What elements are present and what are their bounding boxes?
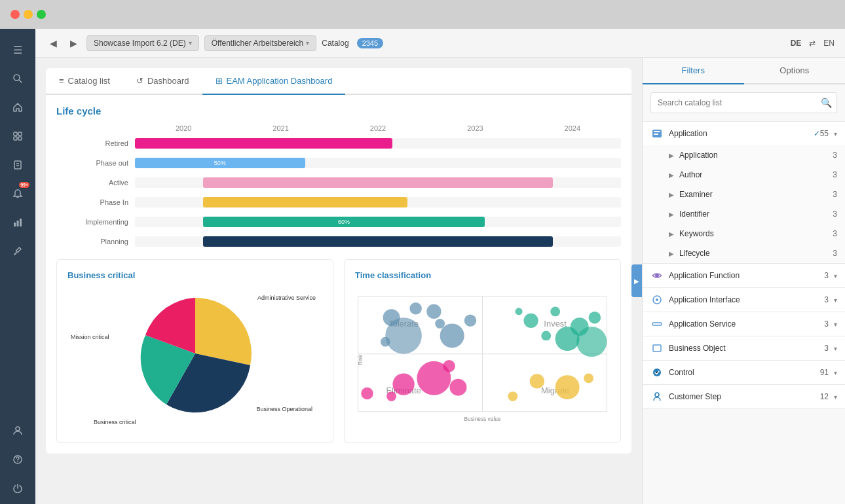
traffic-lights: [10, 10, 46, 19]
top-bar: ◀ ▶ Showcase Import 6.2 (DE) ▾ Öffentlic…: [35, 29, 845, 58]
svg-point-37: [449, 379, 466, 396]
tab-filters[interactable]: Filters: [643, 58, 744, 84]
right-panel-toggle[interactable]: ▶: [631, 264, 642, 297]
sidebar-icon-home[interactable]: [5, 94, 31, 120]
filter-group-customer-step-header[interactable]: Customer Step 12 ▾: [643, 385, 845, 408]
sidebar-icon-user[interactable]: [5, 418, 31, 444]
sidebar-icon-tools[interactable]: [5, 238, 31, 264]
sidebar-icon-search[interactable]: [5, 65, 31, 92]
svg-point-28: [409, 302, 422, 315]
gantt-track-retired: [135, 138, 621, 149]
svg-point-24: [541, 331, 551, 341]
filter-sub-application[interactable]: ▶ Application 3: [643, 145, 845, 165]
svg-point-15: [17, 461, 18, 463]
app-service-label: Application Service: [669, 319, 824, 329]
filter-sub-author[interactable]: ▶ Author 3: [643, 165, 845, 185]
app-interface-label: Application Interface: [669, 295, 824, 304]
svg-point-50: [656, 298, 658, 301]
sidebar-icon-chart[interactable]: [5, 209, 31, 236]
sidebar-icon-book[interactable]: [5, 152, 31, 178]
filter-sub-identifier[interactable]: ▶ Identifier 3: [643, 204, 845, 224]
lang-de-button[interactable]: DE: [791, 39, 802, 48]
filter-sub-examiner[interactable]: ▶ Examiner 3: [643, 185, 845, 204]
catalog-count-badge: 2345: [357, 38, 383, 48]
year-2022: 2022: [329, 124, 426, 132]
gantt-row-planning: Planning: [56, 234, 621, 249]
svg-rect-47: [654, 134, 658, 135]
control-chevron: ▾: [834, 369, 837, 376]
main-wrapper: ◀ ▶ Showcase Import 6.2 (DE) ▾ Öffentlic…: [35, 29, 845, 504]
sidebar-icon-power[interactable]: [5, 475, 31, 501]
business-critical-title: Business critical: [67, 270, 322, 280]
app-interface-chevron: ▾: [834, 297, 837, 304]
tabs-container: ≡ Catalog list ↺ Dashboard ⊞ EAM Applica…: [46, 68, 631, 95]
tab-eam-dashboard[interactable]: ⊞ EAM Application Dashboard: [202, 68, 346, 95]
svg-rect-51: [652, 323, 662, 325]
tab-dashboard[interactable]: ↺ Dashboard: [123, 68, 202, 95]
sidebar-bottom: [5, 418, 31, 504]
filter-sub-lifecycle[interactable]: ▶ Lifecycle 3: [643, 243, 845, 263]
x-axis-label: Business value: [464, 416, 500, 422]
lang-en-button[interactable]: EN: [823, 39, 835, 48]
gantt-bar-retired: [135, 138, 392, 149]
filter-sub-keywords[interactable]: ▶ Keywords 3: [643, 224, 845, 243]
dashboard-label: Dashboard: [147, 76, 189, 86]
svg-line-1: [19, 80, 22, 82]
svg-rect-5: [18, 137, 22, 140]
gantt-bar-implementing: 60%: [203, 217, 485, 227]
sidebar-icon-help[interactable]: [5, 446, 31, 473]
sidebar-icon-menu[interactable]: ☰: [5, 37, 31, 63]
filter-group-app-function-header[interactable]: Application Function 3 ▾: [643, 264, 845, 287]
close-button[interactable]: [10, 10, 20, 19]
control-count: 91: [820, 368, 829, 377]
svg-point-34: [464, 315, 477, 327]
gantt-bar-planning: [203, 236, 553, 247]
app-service-count: 3: [824, 319, 829, 329]
filter-group-customer-step: Customer Step 12 ▾: [643, 385, 845, 409]
label-biz-op: Business Operational: [256, 406, 312, 412]
svg-point-33: [381, 337, 390, 347]
dashboard-panel: Life cycle 2020 2021 2022 2023 2024 Reti…: [46, 95, 631, 454]
gantt-label-retired: Retired: [56, 139, 135, 147]
svg-point-40: [443, 360, 455, 372]
svg-point-25: [516, 308, 523, 315]
search-catalog-input[interactable]: [650, 92, 837, 113]
gantt-row-phasein: Phase In: [56, 195, 621, 209]
filter-group-biz-object-header[interactable]: Business Object 3 ▾: [643, 336, 845, 360]
maximize-button[interactable]: [37, 10, 46, 19]
app-function-icon: [650, 270, 664, 281]
app-service-icon: [650, 319, 664, 329]
sidebar-icon-notifications[interactable]: 99+: [5, 181, 31, 207]
svg-point-13: [16, 427, 20, 431]
biz-object-icon: [650, 343, 664, 353]
minimize-button[interactable]: [24, 10, 33, 19]
customer-step-count: 12: [820, 392, 829, 401]
filter-group-app-service-header[interactable]: Application Service 3 ▾: [643, 312, 845, 336]
gantt-label-implementing: Implementing: [56, 218, 135, 226]
back-button[interactable]: ◀: [46, 35, 61, 51]
svg-point-42: [555, 375, 580, 399]
svg-rect-52: [653, 345, 661, 351]
breadcrumb-workspace[interactable]: Öffentlicher Arbeitsbereich ▾: [204, 35, 317, 51]
tab-catalog-list[interactable]: ≡ Catalog list: [46, 68, 123, 95]
svg-point-32: [426, 304, 441, 319]
tab-options[interactable]: Options: [744, 58, 846, 83]
forward-button[interactable]: ▶: [66, 35, 81, 51]
svg-point-19: [523, 314, 538, 328]
svg-point-20: [550, 306, 560, 316]
label-biz-crit: Business critical: [94, 419, 136, 425]
gantt-row-phaseout: Phase out 50%: [56, 156, 621, 170]
filter-group-control-header[interactable]: Control 91 ▾: [643, 361, 845, 384]
control-label: Control: [669, 368, 820, 377]
filter-group-application-header[interactable]: Application ✓ 55 ▾: [643, 122, 845, 145]
filter-group-app-interface-header[interactable]: Application Interface 3 ▾: [643, 288, 845, 312]
gantt-label-planning: Planning: [56, 238, 135, 245]
eam-icon: ⊞: [216, 76, 223, 86]
application-check-icon: ✓: [814, 129, 820, 138]
pie-segment-mission: [195, 298, 252, 365]
svg-point-48: [655, 274, 659, 278]
gantt-track-active: [135, 177, 621, 188]
breadcrumb-showcase[interactable]: Showcase Import 6.2 (DE) ▾: [86, 35, 199, 51]
filter-group-control: Control 91 ▾: [643, 361, 845, 385]
sidebar-icon-grid[interactable]: [5, 123, 31, 149]
